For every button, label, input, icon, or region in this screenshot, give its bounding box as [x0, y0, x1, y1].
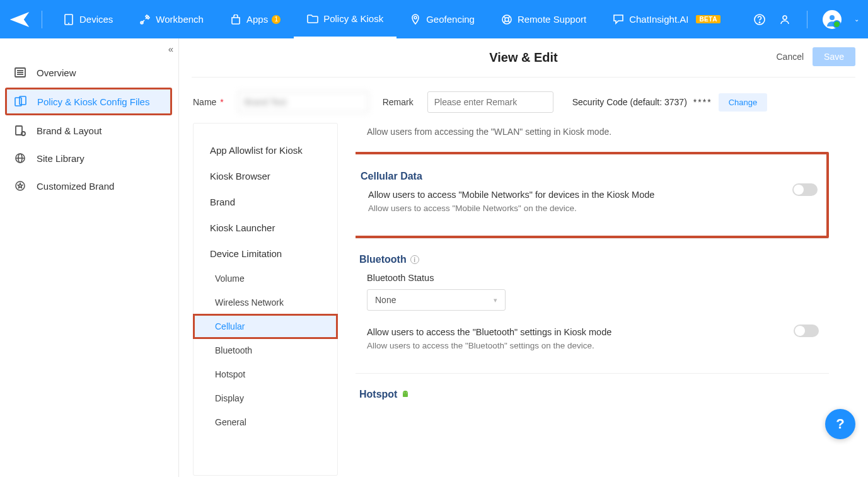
panel-header: View & Edit Cancel Save: [192, 38, 855, 78]
sidebar-item-overview[interactable]: Overview: [0, 59, 178, 86]
svg-point-10: [830, 15, 835, 20]
security-label: Security Code (default: 3737): [572, 97, 687, 107]
bluetooth-access-toggle[interactable]: [794, 325, 819, 337]
svg-point-23: [404, 393, 405, 393]
sidebar-label: Overview: [37, 67, 76, 78]
sub-general[interactable]: General: [194, 410, 337, 434]
user-avatar[interactable]: [823, 10, 842, 29]
sidebar-item-customized-brand[interactable]: Customized Brand: [0, 172, 178, 200]
cat-app-allowlist[interactable]: App Allowlist for Kiosk: [194, 137, 337, 163]
svg-point-4: [414, 16, 417, 19]
remark-label: Remark: [383, 97, 414, 107]
divider: [42, 11, 42, 28]
setting-title: Allow users to access "Mobile Networks" …: [368, 190, 772, 200]
tablet-icon: [63, 14, 74, 25]
change-button[interactable]: Change: [719, 93, 768, 112]
select-value: None: [375, 295, 396, 305]
beta-badge: BETA: [696, 15, 720, 23]
name-label: Name *: [193, 97, 224, 107]
sidebar-label: Brand & Layout: [37, 125, 101, 136]
top-nav: Devices Workbench Apps 1 Policy & Kiosk …: [0, 0, 868, 38]
sidebar-item-policy-kiosk-config[interactable]: Policy & Kiosk Config Files: [5, 88, 172, 115]
nav-geofencing[interactable]: Geofencing: [396, 0, 488, 38]
svg-point-24: [407, 393, 407, 393]
bag-icon: [230, 14, 241, 25]
nav-label: Policy & Kiosk: [323, 13, 383, 24]
chevron-down-icon[interactable]: ⌄: [854, 16, 859, 23]
setting-desc: Allow users to access the "Bluetooth" se…: [367, 341, 818, 350]
setting-title: Allow users to access the "Bluetooth" se…: [367, 327, 818, 337]
cat-kiosk-browser[interactable]: Kiosk Browser: [194, 163, 337, 189]
form-row: Name * Remark Security Code (default: 37…: [179, 78, 868, 123]
nav-apps[interactable]: Apps 1: [217, 0, 294, 38]
category-list: App Allowlist for Kiosk Kiosk Browser Br…: [193, 123, 338, 476]
nav-label: Apps: [246, 14, 268, 25]
help-fab[interactable]: ?: [825, 409, 855, 439]
sub-wireless-network[interactable]: Wireless Network: [194, 290, 337, 314]
collapse-sidebar-icon[interactable]: «: [168, 43, 173, 54]
sidebar-label: Policy & Kiosk Config Files: [37, 96, 149, 107]
sidebar-label: Customized Brand: [37, 181, 114, 192]
section-bluetooth: Bluetooth i Bluetooth Status None ▾ Allo…: [356, 238, 829, 373]
cat-brand[interactable]: Brand: [194, 189, 337, 215]
layout-icon: [14, 124, 26, 137]
section-heading: Hotspot: [359, 389, 825, 400]
setting-desc: Allow users to access "Mobile Networks" …: [368, 204, 813, 213]
save-button[interactable]: Save: [813, 47, 855, 66]
prev-section-desc: Allow users from accessing the "WLAN" se…: [356, 123, 854, 152]
folder-icon: [307, 13, 318, 24]
nav-devices[interactable]: Devices: [50, 0, 126, 38]
nav-remote-support[interactable]: Remote Support: [488, 0, 599, 38]
nav-chatinsight[interactable]: ChatInsight.AI BETA: [599, 0, 734, 38]
app-logo[interactable]: [9, 7, 38, 32]
nav-label: Devices: [79, 14, 113, 25]
cat-kiosk-launcher[interactable]: Kiosk Launcher: [194, 215, 337, 241]
cat-device-limitation[interactable]: Device Limitation: [194, 241, 337, 267]
name-input[interactable]: [238, 91, 369, 113]
sidebar-item-site-library[interactable]: Site Library: [0, 144, 178, 172]
svg-marker-0: [10, 12, 30, 27]
sub-bluetooth[interactable]: Bluetooth: [194, 338, 337, 362]
location-icon: [410, 14, 421, 25]
section-cellular-data: Cellular Data Allow users to access "Mob…: [356, 152, 829, 238]
user-group-icon[interactable]: [778, 13, 792, 26]
star-circle-icon: [14, 180, 26, 192]
android-icon: [401, 390, 410, 399]
nav-policy-kiosk[interactable]: Policy & Kiosk: [294, 0, 396, 38]
sub-cellular[interactable]: Cellular: [194, 314, 337, 338]
settings-detail: Allow users from accessing the "WLAN" se…: [356, 123, 854, 476]
nav-label: Workbench: [156, 14, 204, 25]
section-heading: Cellular Data: [361, 171, 820, 182]
config-files-icon: [14, 95, 27, 108]
nav-workbench[interactable]: Workbench: [126, 0, 217, 38]
sub-volume[interactable]: Volume: [194, 267, 337, 290]
remark-input[interactable]: [427, 91, 553, 113]
cellular-toggle[interactable]: [792, 183, 818, 196]
topbar-right: ⌄: [753, 10, 859, 29]
help-icon[interactable]: [753, 13, 767, 26]
list-icon: [14, 66, 26, 79]
notification-badge: 1: [272, 15, 281, 24]
divider: [807, 11, 807, 28]
globe-icon: [14, 152, 26, 164]
sidebar-item-brand-layout[interactable]: Brand & Layout: [0, 117, 178, 144]
info-icon[interactable]: i: [410, 255, 419, 264]
section-hotspot: Hotspot: [356, 373, 829, 400]
svg-point-8: [759, 21, 760, 22]
security-mask: ****: [693, 97, 712, 107]
security-code-block: Security Code (default: 3737) **** Chang…: [572, 93, 767, 112]
bluetooth-status-select[interactable]: None ▾: [367, 289, 506, 311]
sidebar-label: Site Library: [37, 153, 84, 164]
chat-ai-icon: [613, 14, 624, 25]
nav-label: Geofencing: [426, 14, 475, 25]
svg-point-9: [783, 16, 787, 20]
sidebar: « Overview Policy & Kiosk Config Files B…: [0, 38, 179, 477]
bluetooth-status-label: Bluetooth Status: [367, 273, 770, 283]
main-panel: View & Edit Cancel Save Name * Remark Se…: [179, 38, 868, 477]
sub-display[interactable]: Display: [194, 386, 337, 410]
cancel-button[interactable]: Cancel: [776, 52, 804, 62]
nav-items: Devices Workbench Apps 1 Policy & Kiosk …: [50, 0, 734, 38]
sub-hotspot[interactable]: Hotspot: [194, 362, 337, 386]
tools-icon: [139, 14, 151, 25]
section-heading: Bluetooth i: [359, 254, 825, 265]
